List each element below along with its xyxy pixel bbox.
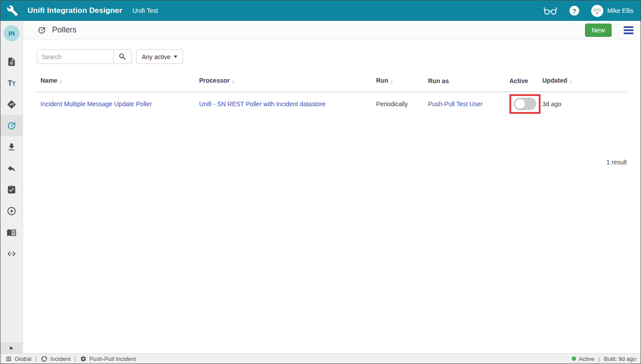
update-icon	[37, 26, 46, 35]
data-usage-icon	[41, 356, 48, 362]
workspace-avatar[interactable]: PI	[4, 25, 20, 41]
reply-icon	[7, 164, 16, 173]
sidebar-item-run[interactable]	[0, 200, 23, 222]
statusbar: Global | Incident | Push-Pull Incident A…	[0, 353, 641, 364]
statusbar-divider: |	[75, 356, 76, 362]
poller-name-link[interactable]: Incident Multiple Message Update Poller	[40, 100, 152, 108]
glasses-icon[interactable]	[543, 6, 557, 16]
sidebar-item-docs[interactable]	[0, 222, 23, 243]
search-icon	[118, 52, 127, 61]
sidebar-nav: TT	[0, 51, 23, 264]
status-dot-icon	[572, 356, 576, 361]
hamburger-menu-icon[interactable]	[624, 26, 633, 34]
sidebar-item-tasks[interactable]	[0, 179, 23, 200]
statusbar-divider: |	[598, 356, 600, 362]
table-selector[interactable]: Incident	[41, 356, 71, 362]
download-icon	[7, 142, 16, 152]
new-button[interactable]: New	[585, 24, 612, 37]
sidebar-item-download[interactable]	[0, 136, 23, 158]
apps-grid-icon	[5, 356, 12, 362]
column-header-run-as: Run as	[425, 72, 506, 92]
app-window: Unifi Integration Designer Unifi Test ? …	[0, 0, 641, 364]
user-avatar[interactable]	[591, 5, 603, 17]
sidebar-item-text-format[interactable]: TT	[0, 72, 23, 94]
toggle-knob	[515, 99, 525, 109]
app-title: Unifi Integration Designer	[28, 6, 122, 15]
pollers-table: Name▲▼ Processor▲▼ Run▲▼ Run as Active U…	[37, 72, 627, 116]
statusbar-divider: |	[36, 356, 37, 362]
column-header-name[interactable]: Name▲▼	[37, 72, 196, 92]
sidebar-item-documents[interactable]	[0, 51, 23, 72]
column-header-processor[interactable]: Processor▲▼	[196, 72, 373, 92]
sidebar-collapse-button[interactable]: ▶	[0, 342, 23, 353]
sidebar-item-directions[interactable]	[0, 94, 23, 115]
annotation-highlight-box	[509, 94, 541, 114]
sort-icon: ▲▼	[232, 80, 234, 84]
table-header-row: Name▲▼ Processor▲▼ Run▲▼ Run as Active U…	[37, 72, 627, 92]
sort-icon: ▲▼	[60, 80, 62, 84]
column-header-active: Active	[506, 72, 539, 92]
active-filter-dropdown[interactable]: Any active	[136, 49, 183, 64]
app-subtitle: Unifi Test	[132, 7, 158, 14]
scope-selector[interactable]: Global	[5, 356, 32, 362]
main-content: Any active Name▲▼ Processor▲▼ Run▲▼ Run …	[23, 40, 641, 353]
user-name[interactable]: Mike Ellis	[607, 7, 633, 14]
code-icon	[7, 249, 16, 259]
built-label: Built: 9d ago	[604, 356, 636, 362]
run-as-link[interactable]: Push-Pull Test User	[428, 100, 483, 108]
caret-down-icon	[174, 56, 177, 58]
toolbar: Any active	[37, 49, 627, 64]
result-count: 1 result	[606, 159, 627, 166]
integration-label: Push-Pull Incident	[89, 356, 136, 362]
page-header: Pollers New	[23, 21, 641, 40]
integration-selector[interactable]: Push-Pull Incident	[80, 356, 136, 362]
build-status: Active | Built: 9d ago	[572, 356, 636, 362]
wrench-icon	[7, 5, 18, 16]
updated-value: 3d ago	[542, 100, 561, 108]
sidebar-item-reply[interactable]	[0, 158, 23, 179]
play-circle-icon	[7, 206, 16, 216]
sidebar: PI TT	[0, 21, 23, 353]
pollers-update-icon	[7, 121, 16, 131]
filter-label: Any active	[142, 53, 171, 60]
table-label: Incident	[50, 356, 71, 362]
page-title: Pollers	[52, 25, 76, 35]
document-icon	[7, 57, 16, 67]
help-icon[interactable]: ?	[569, 6, 579, 16]
processor-link[interactable]: Unifi - SN REST Poller with Incident dat…	[199, 100, 326, 108]
active-toggle[interactable]	[514, 98, 536, 110]
column-header-run[interactable]: Run▲▼	[373, 72, 425, 92]
sort-icon: ▲▼	[390, 80, 393, 84]
search-input[interactable]	[37, 49, 114, 64]
sort-icon: ▲▼	[569, 80, 572, 84]
gear-icon	[80, 356, 87, 362]
text-format-icon: TT	[8, 80, 16, 87]
directions-icon	[7, 100, 16, 109]
column-header-updated[interactable]: Updated▲▼	[539, 72, 627, 92]
table-row: Incident Multiple Message Update Poller …	[37, 92, 627, 116]
status-label: Active	[579, 356, 594, 362]
tasks-icon	[7, 185, 16, 195]
book-icon	[7, 228, 16, 237]
topbar: Unifi Integration Designer Unifi Test ? …	[0, 0, 641, 21]
run-value: Periodically	[376, 100, 408, 108]
sidebar-item-pollers[interactable]	[0, 115, 23, 136]
chevron-right-icon: ▶	[10, 345, 13, 350]
search-button[interactable]	[114, 49, 132, 64]
sidebar-item-code[interactable]	[0, 243, 23, 264]
scope-label: Global	[15, 356, 32, 362]
